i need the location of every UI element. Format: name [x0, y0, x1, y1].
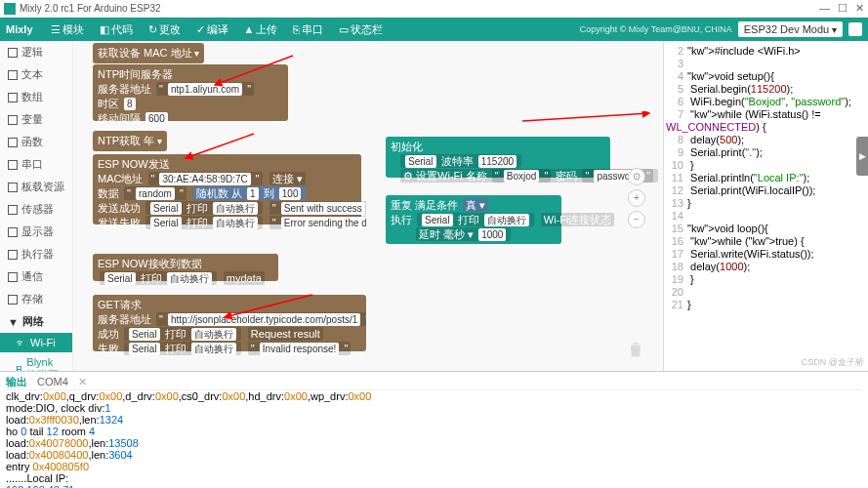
cat-sensor[interactable]: 传感器	[0, 198, 72, 221]
output-text: clk_drv:0x00,q_drv:0x00,d_drv:0x00,cs0_d…	[6, 390, 862, 488]
main: 逻辑 文本 数组 变量 函数 串口 板载资源 传感器 显示器 执行器 通信 存储…	[0, 41, 868, 371]
block-ntp[interactable]: NTP时间服务器 服务器地址 " ntp1.aliyun.com " 时区 8 …	[93, 64, 288, 121]
zoom-in[interactable]: +	[628, 189, 645, 207]
cat-wifi[interactable]: ᯤ Wi-Fi	[0, 333, 72, 352]
btn-upload[interactable]: ▲ 上传	[236, 22, 286, 37]
collapse-code[interactable]: ▶	[856, 137, 868, 176]
close-button[interactable]: ✕	[855, 2, 864, 15]
block-ntpget[interactable]: NTP获取 年 ▾	[93, 131, 167, 151]
output-panel: 输出 COM4 ✕ clk_drv:0x00,q_drv:0x00,d_drv:…	[0, 371, 868, 488]
settings-icon[interactable]	[848, 22, 862, 36]
minimize-button[interactable]: —	[819, 2, 830, 15]
sidebar: 逻辑 文本 数组 变量 函数 串口 板载资源 传感器 显示器 执行器 通信 存储…	[0, 41, 73, 371]
maximize-button[interactable]: ☐	[838, 2, 847, 15]
code-pane: 2"kw">#include <WiFi.h>34"kw">void setup…	[663, 41, 868, 371]
btn-compile[interactable]: ✓ 编译	[188, 22, 236, 37]
block-mac[interactable]: 获取设备 MAC 地址 ▾	[93, 43, 204, 63]
cat-function[interactable]: 函数	[0, 131, 72, 153]
workspace[interactable]: 获取设备 MAC 地址 ▾ NTP时间服务器 服务器地址 " ntp1.aliy…	[73, 41, 663, 371]
cat-array[interactable]: 数组	[0, 86, 72, 108]
block-espnow[interactable]: ESP NOW发送 MAC地址 " 30:AE:A4:58:9D:7C " 连接…	[93, 154, 361, 224]
btn-status[interactable]: ▭ 状态栏	[331, 22, 391, 37]
btn-change[interactable]: ↻ 更改	[141, 22, 188, 37]
cat-display[interactable]: 显示器	[0, 221, 72, 243]
block-loop[interactable]: 重复 满足条件 真 ▾ 执行 Serial 打印 自动换行 Wi-Fi连接状态 …	[386, 195, 561, 244]
copyright: Copyright © Mixly Team@BNU, CHINA	[580, 24, 732, 34]
tab-output[interactable]: 输出	[6, 376, 27, 387]
cat-comm[interactable]: 通信	[0, 265, 72, 288]
cat-text[interactable]: 文本	[0, 63, 72, 86]
btn-serial[interactable]: ⎘ 串口	[285, 22, 331, 37]
window-controls: — ☐ ✕	[819, 2, 864, 15]
board-select[interactable]: ESP32 Dev Modu ▾	[738, 21, 843, 37]
trash-icon[interactable]	[626, 338, 645, 361]
cat-logic[interactable]: 逻辑	[0, 41, 72, 63]
cat-actuator[interactable]: 执行器	[0, 243, 72, 265]
cat-network[interactable]: ▼ 网络	[0, 310, 72, 333]
zoom-out[interactable]: −	[628, 211, 645, 228]
watermark: CSDN @盒子桥	[802, 356, 864, 369]
tab-code[interactable]: ◧ 代码	[92, 22, 141, 37]
cat-blynk[interactable]: B Blynk 物联网	[0, 352, 72, 371]
titlebar: Mixly 2.0 rc1 For Arduino ESP32 — ☐ ✕	[0, 0, 868, 18]
toolbar: Mixly ☰ 模块 ◧ 代码 ↻ 更改 ✓ 编译 ▲ 上传 ⎘ 串口 ▭ 状态…	[0, 18, 868, 41]
block-esprecv[interactable]: ESP NOW接收到数据 Serial 打印 自动换行 mydata	[93, 254, 278, 281]
cat-board[interactable]: 板载资源	[0, 176, 72, 198]
block-init[interactable]: 初始化 Serial 波特率 115200 ⚙ 设置Wi-Fi 名称 " Box…	[386, 137, 610, 178]
app-icon	[4, 3, 16, 15]
tab-close[interactable]: ✕	[78, 376, 87, 387]
block-get[interactable]: GET请求 服务器地址 " http://jsonplaceholder.typ…	[93, 295, 366, 351]
zoom-controls: ⊙ + −	[628, 168, 645, 228]
logo: Mixly	[6, 23, 33, 35]
zoom-center[interactable]: ⊙	[628, 168, 645, 185]
cat-serial[interactable]: 串口	[0, 153, 72, 176]
tab-com[interactable]: COM4	[37, 376, 68, 387]
tab-blocks[interactable]: ☰ 模块	[43, 22, 92, 37]
window-title: Mixly 2.0 rc1 For Arduino ESP32	[20, 3, 819, 14]
cat-variable[interactable]: 变量	[0, 108, 72, 131]
cat-storage[interactable]: 存储	[0, 288, 72, 310]
